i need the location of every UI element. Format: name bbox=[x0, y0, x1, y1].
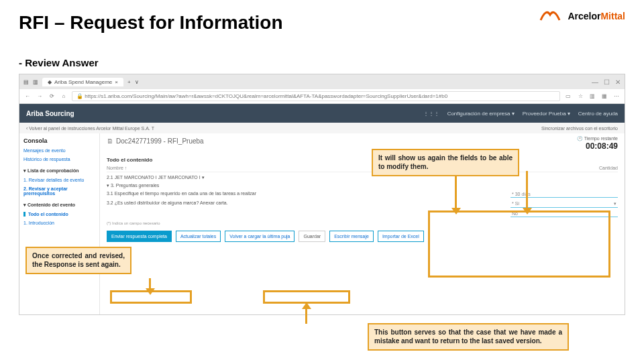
ext-icon[interactable]: ▥ bbox=[588, 93, 596, 99]
ext-icon[interactable]: ▦ bbox=[600, 93, 608, 99]
browser-urlbar: ← → ⟳ ⌂ 🔒 https://s1.ariba.com/Sourcing/… bbox=[19, 89, 625, 104]
browser-tabbar: ▤ ▥ ◆ Ariba Spend Manageme × + ∨ — ☐ ✕ bbox=[19, 74, 625, 89]
window-minimize-icon[interactable]: — bbox=[592, 78, 598, 86]
browser-tab[interactable]: ◆ Ariba Spend Manageme × bbox=[42, 78, 123, 86]
question-label: 3.2 ¿Es usted distribuidor de alguna mar… bbox=[107, 200, 511, 208]
console-heading: Consola bbox=[23, 137, 95, 144]
nav-fwd-icon[interactable]: → bbox=[36, 93, 44, 99]
sync-link[interactable]: Sincronizar archivos con el escritorio bbox=[541, 126, 618, 131]
window-maximize-icon[interactable]: ☐ bbox=[604, 78, 610, 86]
tab-add-icon[interactable]: ▥ bbox=[33, 79, 38, 85]
nav-back-icon[interactable]: ← bbox=[23, 93, 32, 99]
ariba-header: Ariba Sourcing ⋮⋮⋮ Configuración de empr… bbox=[19, 104, 625, 123]
import-button[interactable]: Importar de Excel bbox=[378, 231, 424, 242]
callout-bottom: This button serves so that the case that… bbox=[368, 323, 569, 351]
address-field[interactable]: 🔒 https://s1.ariba.com/Sourcing/Main/aw?… bbox=[72, 91, 560, 101]
sidebar-step1[interactable]: 1. Revisar detalles de evento bbox=[23, 178, 95, 182]
tab-close-icon[interactable]: ▤ bbox=[23, 79, 29, 85]
sidebar-step2[interactable]: 2. Revisar y aceptar prerrequisitos bbox=[23, 186, 95, 196]
slide-subtitle: - Review Answer bbox=[19, 57, 99, 68]
answer-input[interactable]: No bbox=[511, 210, 618, 217]
tab-close-icon[interactable]: × bbox=[115, 79, 118, 85]
sidebar-history[interactable]: Histórico de respuesta bbox=[23, 157, 95, 162]
star-icon[interactable]: ☆ bbox=[576, 93, 584, 99]
save-button[interactable]: Guardar bbox=[299, 231, 325, 242]
sidebar-events[interactable]: Mensajes de evento bbox=[23, 148, 95, 153]
tab-title: Ariba Spend Manageme bbox=[54, 79, 112, 85]
arcelormittal-logo: ArcelorMittal bbox=[538, 7, 625, 25]
sidebar-all[interactable]: Todo el contenido bbox=[23, 212, 95, 217]
new-tab-icon[interactable]: + bbox=[127, 79, 131, 85]
window-close-icon[interactable]: ✕ bbox=[615, 78, 621, 86]
sidebar-intro[interactable]: 1. Introducción bbox=[23, 221, 95, 225]
row-item[interactable]: ▾ 3. Preguntas generales bbox=[107, 183, 618, 188]
row-item[interactable]: 2.1 JET MARCONATO I JET MARCONATO I ▾ bbox=[107, 175, 618, 180]
submit-button[interactable]: Enviar respuesta completa bbox=[107, 231, 172, 242]
button-bar: Enviar respuesta completa Actualizar tot… bbox=[107, 231, 618, 242]
checklist-heading[interactable]: ▾ Lista de comprobación bbox=[23, 168, 95, 174]
section-title: Todo el contenido bbox=[107, 157, 618, 163]
nav-reload-icon[interactable]: ⟳ bbox=[48, 93, 56, 99]
required-note: (*) Indica un campo necesario bbox=[107, 221, 618, 225]
tab-favicon-icon: ◆ bbox=[48, 79, 52, 85]
ariba-brand: Ariba Sourcing bbox=[26, 110, 74, 117]
slide-title: RFI – Request for Information bbox=[19, 12, 283, 34]
callout-left: Once corrected and revised, the Response… bbox=[25, 247, 131, 274]
sidebar: Consola Mensajes de evento Histórico de … bbox=[19, 133, 100, 314]
col-qty: Cantidad bbox=[599, 166, 618, 170]
reload-button[interactable]: Volver a cargar la última puja bbox=[225, 231, 294, 242]
more-icon[interactable]: ⋯ bbox=[612, 93, 621, 99]
timer: 🕐 Tiempo restante 00:08:49 bbox=[577, 136, 618, 151]
answer-select[interactable]: * Sí bbox=[511, 200, 618, 208]
nav-home-icon[interactable]: ⌂ bbox=[60, 93, 68, 99]
doc-icon: 🗎 bbox=[107, 137, 113, 145]
col-name: Nombre ↑ bbox=[107, 166, 127, 170]
ariba-subheader: ‹ Volver al panel de instrucciones Arcel… bbox=[19, 123, 625, 133]
update-button[interactable]: Actualizar totales bbox=[176, 231, 221, 242]
reader-icon[interactable]: ▭ bbox=[564, 93, 572, 99]
answer-input[interactable]: * 30 días bbox=[511, 191, 618, 198]
content-heading[interactable]: ▾ Contenido del evento bbox=[23, 202, 95, 208]
question-label: 3.1 Especifique el tiempo requerido en c… bbox=[107, 191, 511, 198]
config-menu[interactable]: Configuración de empresa ▾ bbox=[447, 111, 515, 117]
help-link[interactable]: Centro de ayuda bbox=[578, 111, 618, 117]
lock-icon: 🔒 bbox=[76, 93, 83, 99]
doc-header: 🗎 Doc242771999 - RFI_Prueba bbox=[107, 137, 618, 145]
time-value: 00:08:49 bbox=[586, 141, 618, 151]
callout-top: It will show us again the fields to be a… bbox=[372, 149, 519, 176]
main-content: 🗎 Doc242771999 - RFI_Prueba 🕐 Tiempo res… bbox=[100, 133, 625, 314]
back-link[interactable]: ‹ Volver al panel de instrucciones Arcel… bbox=[26, 126, 154, 131]
browser-window: ▤ ▥ ◆ Ariba Spend Manageme × + ∨ — ☐ ✕ ←… bbox=[19, 74, 625, 315]
user-menu[interactable]: Proveedor Prueba ▾ bbox=[523, 111, 570, 117]
message-button[interactable]: Escribir mensaje bbox=[329, 231, 374, 242]
grid-icon[interactable]: ⋮⋮⋮ bbox=[423, 111, 439, 117]
clock-icon: 🕐 bbox=[577, 136, 583, 141]
